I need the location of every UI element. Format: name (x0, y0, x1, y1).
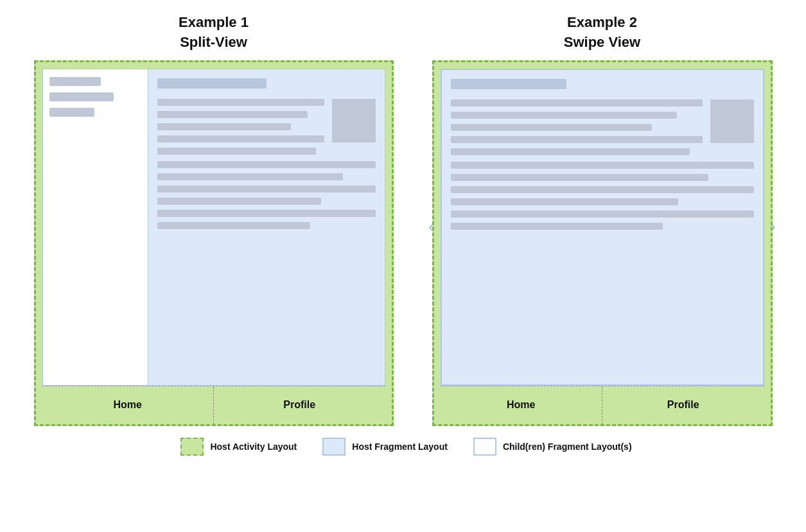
swipe-title-bar (451, 79, 566, 89)
legend-box-blue (322, 438, 346, 456)
example2-section: Example 2 Swipe View ‹ › (432, 13, 773, 426)
detail-bar-5 (157, 148, 316, 155)
legend-item-white: Child(ren) Fragment Layout(s) (473, 438, 632, 456)
detail-image (332, 99, 376, 142)
example1-nav-home[interactable]: Home (42, 386, 215, 424)
swipe-wrapper: ‹ › (441, 69, 764, 386)
swipe-lower-bar-2 (451, 174, 708, 181)
detail-bars-lower (157, 161, 376, 229)
example2-nav-profile[interactable]: Profile (602, 386, 764, 424)
legend-label-white: Child(ren) Fragment Layout(s) (503, 442, 632, 452)
swipe-lower-bar-5 (451, 210, 754, 218)
lower-bar-6 (157, 222, 310, 229)
swipe-bar-3 (451, 124, 653, 131)
swipe-panel (441, 69, 764, 386)
lower-bar-5 (157, 210, 376, 217)
legend: Host Activity Layout Host Fragment Layou… (174, 438, 631, 456)
example2-title: Example 2 Swipe View (432, 13, 773, 53)
swipe-detail-lines (451, 99, 703, 155)
legend-item-blue: Host Fragment Layout (322, 438, 448, 456)
lower-bar-1 (157, 161, 376, 168)
detail-bar-1 (157, 99, 324, 106)
example2-nav-home[interactable]: Home (441, 386, 603, 424)
detail-bar-3 (157, 123, 291, 130)
split-view (42, 69, 385, 386)
legend-label-green: Host Activity Layout (210, 442, 297, 452)
example2-outer-box: ‹ › (432, 60, 773, 426)
detail-bar-2 (157, 111, 308, 118)
list-bar-2 (49, 92, 114, 101)
swipe-bars-lower (451, 162, 754, 230)
detail-lines (157, 99, 324, 155)
swipe-lower-bar-6 (451, 223, 663, 230)
swipe-left-arrow[interactable]: ‹ (429, 220, 434, 234)
lower-bar-4 (157, 198, 321, 205)
example1-nav-profile[interactable]: Profile (214, 386, 385, 424)
example1-bottom-nav: Home Profile (42, 386, 385, 424)
swipe-bar-5 (451, 148, 690, 155)
legend-label-blue: Host Fragment Layout (352, 442, 448, 452)
swipe-detail-image (710, 99, 754, 143)
lower-bar-3 (157, 185, 376, 193)
swipe-bar-1 (451, 99, 703, 107)
left-panel (42, 69, 148, 386)
right-panel (148, 69, 385, 386)
swipe-bar-2 (451, 112, 678, 119)
detail-content-row (157, 99, 376, 155)
swipe-lower-bar-3 (451, 186, 754, 193)
swipe-content-row (451, 99, 754, 155)
legend-item-green: Host Activity Layout (180, 438, 297, 456)
list-bar-3 (49, 108, 94, 117)
example1-section: Example 1 Split-View (34, 13, 394, 426)
swipe-lower-bar-4 (451, 198, 678, 205)
swipe-lower-bar-1 (451, 162, 754, 169)
example1-title: Example 1 Split-View (34, 13, 394, 53)
swipe-right-arrow[interactable]: › (771, 220, 775, 234)
legend-box-white (473, 438, 496, 456)
example2-bottom-nav: Home Profile (441, 386, 764, 424)
example1-outer-box: Home Profile (34, 60, 394, 426)
lower-bar-2 (157, 173, 343, 180)
detail-title-bar (157, 78, 267, 89)
detail-bar-4 (157, 135, 324, 142)
swipe-bar-4 (451, 136, 703, 143)
list-bar-1 (49, 77, 101, 86)
legend-box-green (180, 438, 204, 456)
